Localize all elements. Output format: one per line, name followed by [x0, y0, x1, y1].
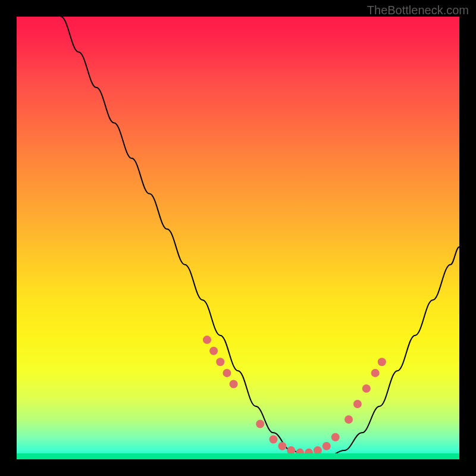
watermark-text: TheBottleneck.com: [367, 4, 469, 17]
chart-plot-area: [17, 17, 459, 459]
optimal-zone-strip: [17, 453, 459, 459]
heat-gradient-background: [17, 17, 459, 459]
